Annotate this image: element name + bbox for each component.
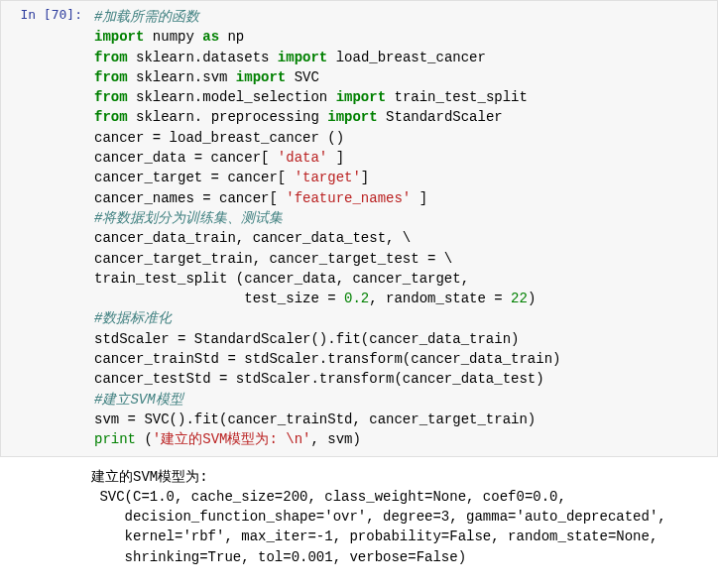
num-22: 22 [511,291,528,306]
prompt-in: In [20,7,36,22]
name-tts: train_test_split [394,89,527,105]
line-15c: ) [528,291,536,306]
comment-split: #将数据划分为训练集、测试集 [94,210,283,226]
mod-datasets: sklearn.datasets [136,50,269,65]
kw-from-5: from [94,89,128,105]
kw-import-5: import [336,89,386,105]
name-lbc: load_breast_cancer [336,50,486,65]
kw-import: import [94,29,144,45]
kw-import-6: import [327,109,377,125]
line-22b: , svm) [310,431,360,447]
line-19: cancer_testStd = stdScaler.transform(can… [94,371,544,387]
line-12: cancer_data_train, cancer_data_test, \ [94,230,411,246]
line-15a: test_size = [94,291,344,306]
kw-import-3: import [278,50,327,65]
mod-ms: sklearn.model_selection [136,89,327,105]
comment-std: #数据标准化 [94,310,172,326]
str-print: '建立的SVM模型为: \n' [153,431,311,447]
line-15b: , random_state = [369,291,511,306]
mod-pp: sklearn. preprocessing [136,109,319,125]
alias-np: np [227,29,244,45]
kw-as: as [202,29,219,45]
line-9b: ] [361,170,369,185]
line-22a: ( [136,431,153,447]
name-ss: StandardScaler [386,109,503,125]
mod-svm: sklearn.svm [136,69,227,85]
out-line-1: 建立的SVM模型为: [91,469,208,485]
num-02: 0.2 [344,291,369,306]
name-svc: SVC [295,69,319,85]
kw-import-4: import [236,69,286,85]
str-featnames: 'feature_names' [286,190,411,206]
comment-svm: #建立SVM模型 [94,392,183,408]
input-cell: In [70]: #加载所需的函数 import numpy as np fro… [0,0,718,457]
str-data: 'data' [278,150,327,166]
output-block: 建立的SVM模型为: SVC(C=1.0, cache_size=200, cl… [0,457,718,577]
kw-from-4: from [94,69,128,85]
mod-numpy: numpy [153,29,194,45]
prompt-number: 70 [52,7,67,22]
builtin-print: print [94,431,136,447]
prompt-open: [ [44,7,52,22]
line-9a: cancer_target = cancer[ [94,170,295,185]
out-line-5: shrinking=True, tol=0.001, verbose=False… [91,549,466,565]
line-10a: cancer_names = cancer[ [94,190,286,206]
line-18: cancer_trainStd = stdScaler.transform(ca… [94,351,560,367]
line-17: stdScaler = StandardScaler().fit(cancer_… [94,331,519,347]
line-14: train_test_split (cancer_data, cancer_ta… [94,271,469,287]
kw-from-3: from [94,50,128,65]
input-prompt: In [70]: [1,1,90,22]
out-line-2: SVC(C=1.0, cache_size=200, class_weight=… [91,489,566,505]
line-13: cancer_target_train, cancer_target_test … [94,251,452,267]
line-7: cancer = load_breast_cancer () [94,130,344,146]
kw-from-6: from [94,109,128,125]
line-8b: ] [327,150,344,166]
code-block[interactable]: #加载所需的函数 import numpy as np from sklearn… [90,1,717,456]
line-10b: ] [411,190,427,206]
prompt-close: ]: [66,7,82,22]
str-target: 'target' [295,170,361,185]
out-line-3: decision_function_shape='ovr', degree=3,… [91,509,666,525]
line-8a: cancer_data = cancer[ [94,150,278,166]
out-line-4: kernel='rbf', max_iter=-1, probability=F… [91,529,658,544]
comment-load: #加载所需的函数 [94,9,199,25]
line-21: svm = SVC().fit(cancer_trainStd, cancer_… [94,412,536,427]
